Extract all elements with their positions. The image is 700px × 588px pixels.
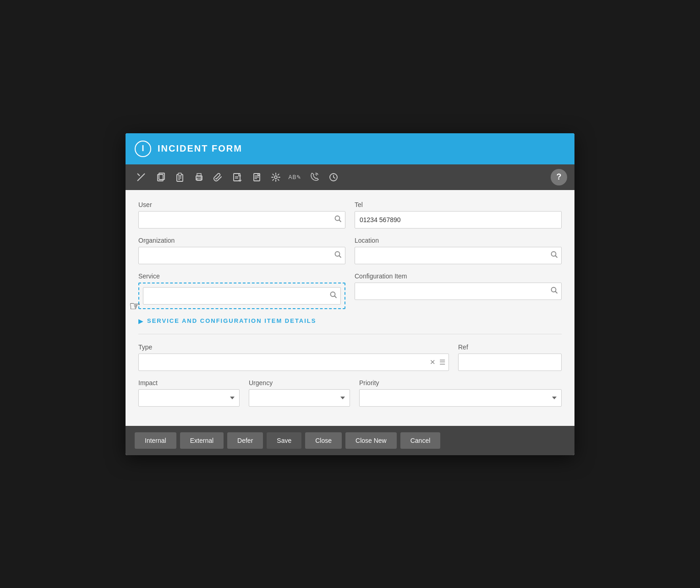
defer-button[interactable]: Defer [227,432,263,449]
modal-body: User Tel Organization [126,190,574,426]
internal-button[interactable]: Internal [135,432,176,449]
user-group: User [138,201,345,229]
priority-label: Priority [359,379,562,387]
type-clear-icon[interactable]: ✕ [430,358,436,366]
external-button[interactable]: External [180,432,224,449]
save-button[interactable]: Save [267,432,301,449]
svg-line-24 [339,256,341,257]
cancel-button[interactable]: Cancel [400,432,441,449]
svg-rect-11 [197,178,201,180]
location-input[interactable] [355,247,562,264]
bookmark-icon[interactable] [248,169,265,185]
type-input[interactable] [138,354,449,371]
organization-search-icon[interactable] [334,251,342,260]
tel-label: Tel [355,201,562,208]
svg-line-22 [339,220,341,222]
service-label: Service [138,272,160,280]
svg-rect-5 [178,173,181,175]
clipboard-icon[interactable] [171,169,188,185]
section-arrow-icon: ▶ [138,317,143,325]
tel-group: Tel [355,201,562,229]
svg-line-28 [335,296,337,298]
cursor-pointer: ☞ [129,299,141,314]
configuration-item-group: Configuration Item [355,272,562,300]
user-tel-row: User Tel [138,201,562,229]
configuration-item-input-wrapper [355,283,562,300]
org-location-row: Organization Location [138,237,562,264]
type-group: Type ✕ ☰ [138,343,449,371]
service-group: Service ☞ [138,272,345,309]
urgency-select[interactable]: Low Medium High [249,389,350,407]
svg-line-30 [556,291,558,293]
location-search-icon[interactable] [551,251,558,260]
service-search-icon[interactable] [330,291,337,300]
configuration-item-input[interactable] [355,283,562,300]
toolbar: AB✎ ? [126,164,574,190]
configuration-item-search-icon[interactable] [551,287,558,296]
type-action-icons: ✕ ☰ [430,358,445,366]
location-label: Location [355,237,562,244]
svg-line-1 [137,174,140,176]
svg-point-12 [201,177,202,178]
settings-icon[interactable] [268,169,284,185]
impact-label: Impact [138,379,240,387]
location-input-wrapper [355,247,562,264]
priority-group: Priority Low Medium High Critical [359,379,562,407]
help-button[interactable]: ? [551,169,567,185]
user-input[interactable] [138,211,345,229]
type-input-wrapper: ✕ ☰ [138,354,449,371]
service-config-row: Service ☞ [138,272,562,309]
section-title[interactable]: SERVICE AND CONFIGURATION ITEM DETAILS [147,317,316,324]
svg-line-26 [556,256,558,257]
organization-group: Organization [138,237,345,264]
incident-form-modal: I INCIDENT FORM [126,133,574,455]
ref-group: Ref [458,343,562,371]
ref-label: Ref [458,343,562,351]
organization-input[interactable] [138,247,345,264]
impact-group: Impact Low Medium High [138,379,240,407]
clock-icon[interactable] [325,169,342,185]
attach-icon[interactable] [210,169,226,185]
modal-title: INCIDENT FORM [158,143,242,154]
svg-point-19 [274,176,277,179]
impact-urgency-priority-row: Impact Low Medium High Urgency Low Mediu… [138,379,562,407]
configuration-item-label: Configuration Item [355,272,562,280]
service-input[interactable] [143,287,341,305]
impact-select[interactable]: Low Medium High [138,389,240,407]
text-edit-icon[interactable]: AB✎ [287,169,303,185]
header-icon: I [135,141,151,157]
close-button[interactable]: Close [305,432,342,449]
unlink-icon[interactable] [133,169,149,185]
modal-header: I INCIDENT FORM [126,133,574,164]
type-ref-row: Type ✕ ☰ Ref [138,343,562,371]
type-label: Type [138,343,449,351]
modal-footer: Internal External Defer Save Close Close… [126,426,574,455]
urgency-group: Urgency Low Medium High [249,379,350,407]
tel-input[interactable] [355,211,562,229]
section-divider [138,334,562,334]
close-new-button[interactable]: Close New [345,432,397,449]
section-header[interactable]: ▶ SERVICE AND CONFIGURATION ITEM DETAILS [138,317,562,325]
ref-input[interactable] [458,354,562,371]
copy-icon[interactable] [152,169,169,185]
priority-select[interactable]: Low Medium High Critical [359,389,562,407]
phone-icon[interactable] [306,169,323,185]
service-label-row: Service [138,272,345,280]
form-export-icon[interactable] [229,169,246,185]
print-icon[interactable] [191,169,207,185]
type-menu-icon[interactable]: ☰ [439,358,445,366]
organization-label: Organization [138,237,345,244]
organization-input-wrapper [138,247,345,264]
service-popup: ☞ [138,283,345,309]
user-search-icon[interactable] [334,215,342,224]
service-dashed-box: ☞ [138,283,345,309]
user-label: User [138,201,345,208]
service-input-row: ☞ [143,287,341,305]
user-input-wrapper [138,211,345,229]
urgency-label: Urgency [249,379,350,387]
svg-rect-13 [234,174,240,181]
location-group: Location [355,237,562,264]
